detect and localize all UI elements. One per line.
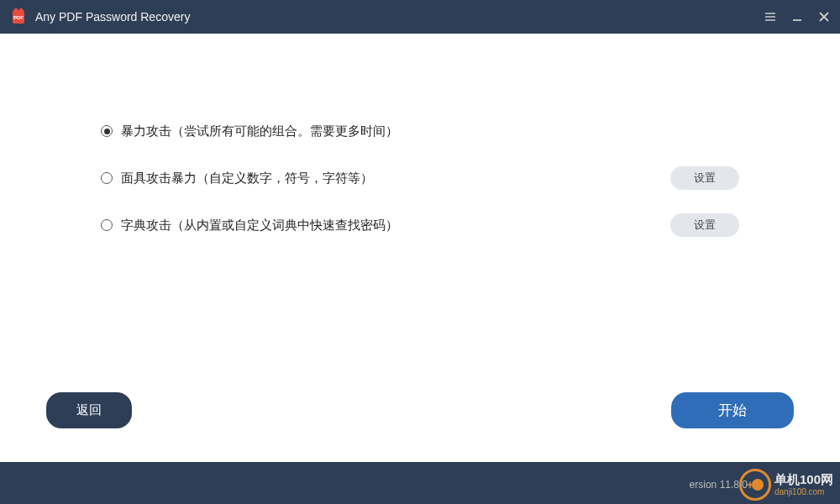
main-content: 暴力攻击（尝试所有可能的组合。需要更多时间） 面具攻击暴力（自定义数字，符号，字…: [0, 34, 840, 239]
menu-icon[interactable]: [764, 11, 776, 23]
watermark-text-en: danji100.com: [774, 487, 833, 496]
app-pdf-icon: PDF: [10, 8, 27, 25]
close-icon[interactable]: [818, 11, 830, 23]
titlebar: PDF Any PDF Password Recovery: [0, 0, 840, 34]
option-mask-attack: 面具攻击暴力（自定义数字，符号，字符等） 设置: [101, 165, 739, 192]
watermark: 单机100网 danji100.com: [739, 469, 833, 501]
svg-rect-1: [14, 8, 18, 11]
settings-button-dictionary[interactable]: 设置: [670, 213, 739, 237]
svg-text:PDF: PDF: [13, 15, 24, 20]
app-title: Any PDF Password Recovery: [35, 10, 764, 24]
radio-mask-attack[interactable]: [101, 172, 113, 184]
option-brute-force: 暴力攻击（尝试所有可能的组合。需要更多时间）: [101, 118, 739, 144]
watermark-text-cn: 单机100网: [774, 473, 833, 487]
footer-buttons: 返回 开始: [0, 392, 840, 428]
svg-rect-2: [19, 8, 23, 11]
option-label: 面具攻击暴力（自定义数字，符号，字符等）: [121, 171, 670, 186]
radio-dictionary-attack[interactable]: [101, 219, 113, 231]
start-button[interactable]: 开始: [671, 392, 794, 428]
back-button[interactable]: 返回: [46, 392, 132, 428]
option-label: 暴力攻击（尝试所有可能的组合。需要更多时间）: [121, 123, 739, 139]
option-label: 字典攻击（从内置或自定义词典中快速查找密码）: [121, 218, 603, 234]
radio-brute-force[interactable]: [101, 125, 113, 137]
bottom-bar: ersion 11.8.0 单机100网 danji100.com: [0, 462, 840, 504]
watermark-logo-icon: [739, 469, 771, 501]
window-controls: [764, 11, 830, 23]
settings-button-mask[interactable]: 设置: [670, 166, 739, 190]
minimize-icon[interactable]: [791, 11, 803, 23]
option-dictionary-attack: 字典攻击（从内置或自定义词典中快速查找密码） 设置: [101, 212, 739, 239]
